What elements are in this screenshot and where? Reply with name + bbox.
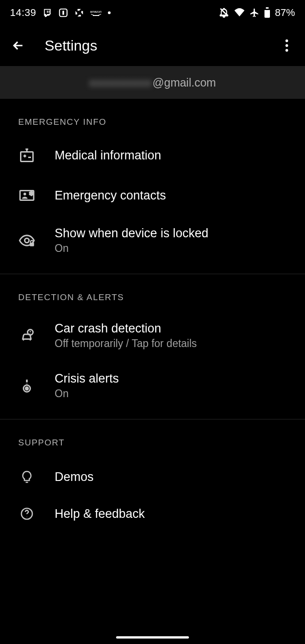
more-vert-icon	[285, 39, 289, 52]
svg-rect-7	[264, 9, 270, 10]
chase-icon	[74, 8, 84, 18]
item-subtitle: On	[55, 388, 119, 400]
item-show-when-locked[interactable]: Show when device is locked On	[0, 215, 305, 266]
svg-rect-3	[93, 15, 99, 16]
airplane-mode-icon	[249, 8, 259, 18]
section-detection-alerts: DETECTION & ALERTS Car crash detection O…	[0, 274, 305, 411]
item-title: Crisis alerts	[55, 372, 119, 386]
status-bar: 14:39 amazon 87%	[0, 0, 305, 25]
car-crash-icon	[18, 327, 36, 344]
twitch-icon	[42, 8, 52, 18]
navigation-handle[interactable]	[116, 636, 189, 639]
section-header-support: SUPPORT	[0, 438, 305, 456]
item-title: Show when device is locked	[55, 226, 208, 240]
item-help-feedback[interactable]: Help & feedback	[0, 496, 305, 536]
section-emergency-info: EMERGENCY INFO Medical information ✻ Eme…	[0, 99, 305, 266]
svg-point-13	[24, 193, 26, 195]
overflow-menu-button[interactable]	[278, 36, 296, 55]
svg-point-19	[25, 387, 28, 390]
item-subtitle: On	[55, 242, 208, 255]
back-button[interactable]	[9, 36, 27, 55]
item-text: Car crash detection Off temporarily / Ta…	[55, 322, 197, 350]
item-title: Emergency contacts	[55, 189, 166, 203]
item-crisis-alerts[interactable]: Crisis alerts On	[0, 361, 305, 411]
svg-point-9	[285, 44, 288, 47]
item-title: Car crash detection	[55, 322, 197, 336]
section-header-emergency: EMERGENCY INFO	[0, 117, 305, 135]
svg-point-10	[285, 49, 288, 52]
svg-rect-1	[62, 10, 64, 15]
contact-card-icon: ✻	[18, 187, 36, 204]
svg-rect-16	[30, 243, 34, 246]
item-car-crash-detection[interactable]: Car crash detection Off temporarily / Ta…	[0, 311, 305, 361]
item-text: Crisis alerts On	[55, 372, 119, 400]
svg-point-8	[285, 40, 288, 42]
status-time: 14:39	[10, 7, 36, 19]
arrow-left-icon	[11, 38, 25, 53]
item-emergency-contacts[interactable]: ✻ Emergency contacts	[0, 175, 305, 215]
amazon-icon: amazon	[90, 9, 102, 16]
account-email-domain: @gmail.com	[152, 76, 216, 89]
item-text: Help & feedback	[55, 507, 145, 521]
item-text: Show when device is locked On	[55, 226, 208, 255]
square-phone-icon	[58, 8, 68, 18]
svg-rect-11	[21, 152, 33, 162]
page-title: Settings	[45, 37, 260, 54]
item-title: Medical information	[55, 148, 161, 163]
battery-percent: 87%	[275, 7, 295, 19]
help-icon	[18, 505, 36, 522]
app-bar: Settings	[0, 25, 305, 66]
item-text: Emergency contacts	[55, 189, 166, 203]
account-email-redacted: xxxxxxxxxxx	[89, 76, 152, 89]
crisis-alert-icon	[18, 377, 36, 394]
svg-rect-5	[266, 7, 269, 9]
section-header-detection: DETECTION & ALERTS	[0, 292, 305, 311]
eye-lock-icon	[18, 232, 36, 249]
do-not-disturb-icon	[219, 7, 229, 18]
account-email: xxxxxxxxxxx@gmail.com	[89, 76, 216, 89]
item-subtitle: Off temporarily / Tap for details	[55, 337, 197, 350]
item-text: Medical information	[55, 148, 161, 163]
status-right-cluster: 87%	[219, 7, 295, 19]
svg-text:✻: ✻	[29, 190, 34, 197]
item-demos[interactable]: Demos	[0, 456, 305, 496]
medical-badge-icon	[18, 147, 36, 164]
notification-dot-icon	[108, 11, 111, 14]
item-text: Demos	[55, 470, 94, 484]
status-left-cluster: 14:39 amazon	[10, 7, 111, 19]
item-title: Help & feedback	[55, 507, 145, 521]
account-banner[interactable]: xxxxxxxxxxx@gmail.com	[0, 66, 305, 99]
battery-icon	[264, 7, 270, 18]
lightbulb-icon	[18, 468, 36, 486]
item-title: Demos	[55, 470, 94, 484]
wifi-icon	[234, 8, 245, 17]
svg-text:amazon: amazon	[90, 10, 102, 13]
item-medical-information[interactable]: Medical information	[0, 135, 305, 175]
section-support: SUPPORT Demos Help & feedback	[0, 419, 305, 536]
svg-point-15	[25, 238, 29, 243]
